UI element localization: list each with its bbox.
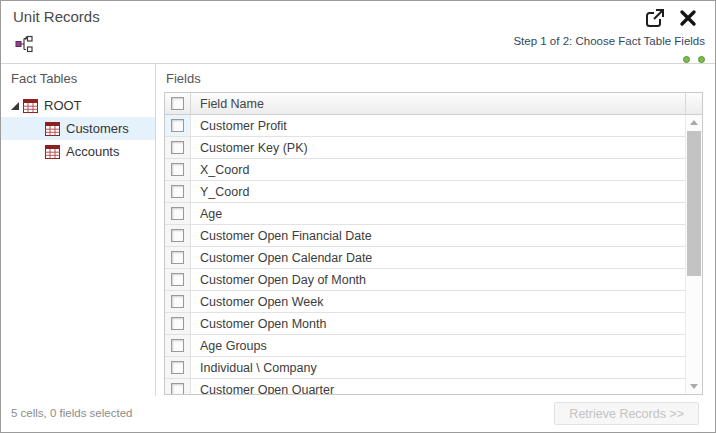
row-checkbox[interactable]: [171, 251, 184, 264]
row-checkbox[interactable]: [171, 185, 184, 198]
row-checkbox[interactable]: [171, 273, 184, 286]
field-name: Customer Open Week: [191, 291, 685, 312]
row-checkbox[interactable]: [171, 361, 184, 374]
fact-tables-header: Fact Tables: [1, 64, 155, 92]
field-row[interactable]: Customer Open Financial Date: [165, 225, 685, 247]
field-name: Customer Open Financial Date: [191, 225, 685, 246]
field-row[interactable]: Customer Profit: [165, 115, 685, 137]
row-checkbox[interactable]: [171, 119, 184, 132]
grid-body: Customer Profit Customer Key (PK) X_Coor…: [165, 115, 685, 394]
field-name: Customer Open Quarter: [191, 379, 685, 394]
field-row[interactable]: Customer Open Calendar Date: [165, 247, 685, 269]
unit-records-dialog: Unit Records: [0, 0, 716, 433]
tree-item-label: Accounts: [66, 144, 119, 159]
tree-item-customers[interactable]: Customers: [1, 117, 155, 140]
row-checkbox[interactable]: [171, 295, 184, 308]
select-all-cell[interactable]: [165, 93, 191, 114]
fields-header: Fields: [156, 64, 715, 92]
fact-tables-tree: ROOT Customers: [1, 94, 155, 163]
field-row[interactable]: Customer Open Day of Month: [165, 269, 685, 291]
row-checkbox-cell[interactable]: [165, 137, 191, 158]
field-row[interactable]: X_Coord: [165, 159, 685, 181]
row-checkbox[interactable]: [171, 339, 184, 352]
row-checkbox[interactable]: [171, 317, 184, 330]
row-checkbox-cell[interactable]: [165, 379, 191, 394]
table-icon: [45, 122, 60, 136]
row-checkbox[interactable]: [171, 207, 184, 220]
sub-header: Step 1 of 2: Choose Fact Table Fields: [1, 31, 715, 63]
tree-item-accounts[interactable]: Accounts: [1, 140, 155, 163]
field-row[interactable]: Customer Key (PK): [165, 137, 685, 159]
field-name: Customer Open Calendar Date: [191, 247, 685, 268]
row-checkbox[interactable]: [171, 383, 184, 394]
row-checkbox-cell[interactable]: [165, 159, 191, 180]
row-checkbox-cell[interactable]: [165, 291, 191, 312]
field-name: Y_Coord: [191, 181, 685, 202]
tree-item-label: ROOT: [44, 98, 82, 113]
close-icon: [679, 9, 701, 27]
close-button[interactable]: [679, 7, 701, 29]
grid-header-row: Field Name: [165, 93, 702, 115]
row-checkbox-cell[interactable]: [165, 247, 191, 268]
scrollbar-thumb[interactable]: [687, 131, 701, 276]
footer: 5 cells, 0 fields selected Retrieve Reco…: [1, 396, 715, 432]
row-checkbox-cell[interactable]: [165, 357, 191, 378]
field-name: X_Coord: [191, 159, 685, 180]
open-in-new-window-button[interactable]: [645, 7, 667, 29]
row-checkbox-cell[interactable]: [165, 335, 191, 356]
field-row[interactable]: Customer Open Quarter: [165, 379, 685, 394]
field-row[interactable]: Age Groups: [165, 335, 685, 357]
wizard-step-label: Step 1 of 2: Choose Fact Table Fields: [513, 35, 705, 47]
header-spacer: [685, 93, 702, 114]
row-checkbox-cell[interactable]: [165, 225, 191, 246]
select-all-checkbox[interactable]: [171, 97, 184, 110]
field-row[interactable]: Customer Open Month: [165, 313, 685, 335]
table-icon: [23, 99, 38, 113]
field-name-column-header[interactable]: Field Name: [191, 93, 685, 114]
field-name: Customer Open Day of Month: [191, 269, 685, 290]
scroll-up-arrow[interactable]: [686, 115, 702, 130]
field-name: Individual \ Company: [191, 357, 685, 378]
tree-item-root[interactable]: ROOT: [1, 94, 155, 117]
triangle-down-icon: [690, 384, 698, 389]
field-row[interactable]: Individual \ Company: [165, 357, 685, 379]
hierarchy-view-button[interactable]: [14, 33, 36, 55]
field-name: Customer Key (PK): [191, 137, 685, 158]
row-checkbox[interactable]: [171, 229, 184, 242]
selection-status: 5 cells, 0 fields selected: [11, 407, 132, 419]
field-row[interactable]: Y_Coord: [165, 181, 685, 203]
open-in-new-window-icon: [645, 8, 667, 28]
row-checkbox-cell[interactable]: [165, 203, 191, 224]
fields-panel: Fields Field Name Customer Profit Custom…: [156, 64, 715, 396]
row-checkbox-cell[interactable]: [165, 115, 191, 136]
scroll-down-arrow[interactable]: [686, 379, 702, 394]
field-row[interactable]: Age: [165, 203, 685, 225]
field-name: Age Groups: [191, 335, 685, 356]
row-checkbox-cell[interactable]: [165, 313, 191, 334]
row-checkbox-cell[interactable]: [165, 181, 191, 202]
dialog-title: Unit Records: [13, 8, 100, 25]
row-checkbox[interactable]: [171, 163, 184, 176]
triangle-up-icon: [690, 120, 698, 125]
tree-item-label: Customers: [66, 121, 129, 136]
fields-grid: Field Name Customer Profit Customer Key …: [164, 92, 703, 395]
field-row[interactable]: Customer Open Week: [165, 291, 685, 313]
row-checkbox[interactable]: [171, 141, 184, 154]
row-checkbox-cell[interactable]: [165, 269, 191, 290]
expander-icon[interactable]: [9, 100, 21, 112]
field-name: Customer Profit: [191, 115, 685, 136]
title-bar: Unit Records: [1, 1, 715, 31]
fact-tables-panel: Fact Tables ROOT: [1, 64, 156, 396]
retrieve-records-button[interactable]: Retrieve Records >>: [554, 402, 699, 425]
table-icon: [45, 145, 60, 159]
field-name: Age: [191, 203, 685, 224]
vertical-scrollbar[interactable]: [685, 115, 702, 394]
data-model-hierarchy-icon: [14, 34, 36, 54]
field-name: Customer Open Month: [191, 313, 685, 334]
main-area: Fact Tables ROOT: [1, 63, 715, 396]
